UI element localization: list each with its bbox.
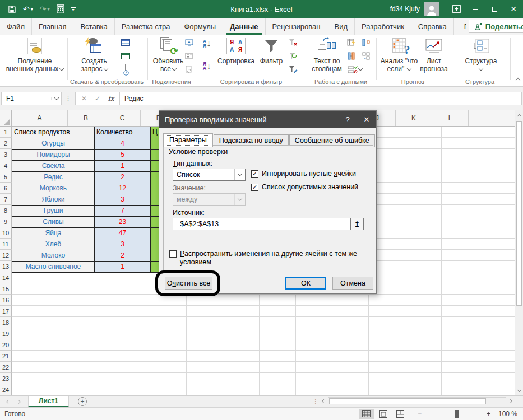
sort-az-button[interactable]: АЯ↓ (201, 38, 213, 49)
row-header[interactable]: 19 (0, 328, 12, 339)
row-header[interactable]: 9 (0, 216, 12, 227)
scroll-right-button[interactable] (506, 400, 515, 403)
undo-button[interactable]: ↶▾ (21, 4, 35, 14)
cancel-entry-button[interactable]: ✕ (78, 95, 90, 102)
row-header[interactable]: 15 (0, 283, 12, 295)
sort-za-button[interactable]: ЯА↓ (201, 60, 213, 72)
row-header[interactable]: 7 (0, 194, 12, 205)
product-name-cell[interactable]: Молоко (12, 250, 95, 262)
in-cell-dropdown-checkbox[interactable]: ✓ Список допустимых значений (251, 183, 358, 191)
ok-button[interactable]: ОК (285, 277, 326, 290)
from-table-button[interactable] (119, 50, 132, 62)
product-qty-cell[interactable]: 1 (95, 161, 151, 172)
tab-data[interactable]: Данные (223, 18, 265, 35)
product-qty-cell[interactable]: 3 (95, 239, 151, 250)
row-header[interactable]: 20 (0, 339, 12, 351)
source-input[interactable]: =$A$2:$A$13 (173, 218, 351, 230)
ignore-blank-checkbox[interactable]: ✓ Игнорировать пустые ячейки (251, 170, 356, 178)
dialog-close-button[interactable]: ✕ (357, 111, 376, 128)
row-header[interactable]: 16 (0, 295, 12, 306)
group-label-get-transform[interactable]: Скачать & преобразовать (68, 78, 146, 85)
cell-b1[interactable]: Количество (95, 127, 151, 138)
product-qty-cell[interactable]: 1 (95, 262, 151, 273)
outline-button[interactable]: Структура (461, 36, 501, 72)
row-header[interactable]: 14 (0, 272, 12, 283)
tab-help[interactable]: Справка (411, 18, 453, 35)
tab-view[interactable]: Вид (327, 18, 354, 35)
tab-review[interactable]: Рецензирован (265, 18, 327, 35)
column-header[interactable]: C (104, 110, 141, 126)
row-header[interactable]: 5 (0, 171, 12, 183)
new-query-button[interactable]: Создать запрос (72, 36, 116, 73)
product-name-cell[interactable]: Яблоки (12, 194, 95, 206)
column-header[interactable]: A (12, 110, 68, 126)
forecast-sheet-button[interactable]: Лист прогноза (418, 36, 450, 73)
flash-fill-button[interactable] (345, 37, 358, 48)
row-header[interactable]: 3 (0, 149, 12, 160)
collapse-dialog-button[interactable]: ↥ (351, 218, 364, 230)
view-page-layout-button[interactable] (376, 409, 391, 419)
product-name-cell[interactable]: Огурцы (12, 138, 95, 150)
vertical-scroll-thumb[interactable] (516, 121, 522, 306)
group-label-outline[interactable]: Структура (451, 78, 508, 85)
row-header[interactable]: 1 (0, 127, 12, 138)
remove-duplicates-button[interactable] (345, 50, 358, 62)
dialog-help-button[interactable]: ? (338, 111, 357, 128)
row-header[interactable]: 24 (0, 384, 12, 395)
row-header[interactable]: 8 (0, 205, 12, 216)
row-header[interactable]: 23 (0, 373, 12, 384)
product-qty-cell[interactable]: 3 (95, 194, 151, 206)
properties-button[interactable] (183, 50, 195, 62)
what-if-button[interactable]: ? Анализ "что если" (380, 36, 418, 73)
product-qty-cell[interactable]: 4 (95, 138, 151, 150)
horizontal-scroll-thumb[interactable] (329, 398, 486, 404)
select-all-corner[interactable] (0, 110, 12, 127)
product-name-cell[interactable]: Редис (12, 172, 95, 183)
minimize-button[interactable] (466, 0, 485, 18)
formula-bar-grip[interactable]: ⋮ (62, 95, 75, 102)
scroll-left-button[interactable] (320, 400, 328, 403)
sort-button[interactable]: ЯА АЯ Сортировка (215, 36, 257, 65)
product-name-cell[interactable]: Груши (12, 206, 95, 217)
product-qty-cell[interactable]: 2 (95, 172, 151, 183)
zoom-in-button[interactable]: + (487, 410, 490, 418)
show-queries-button[interactable] (119, 37, 132, 48)
product-qty-cell[interactable]: 5 (95, 150, 151, 161)
scrollbar-grip[interactable]: ⋮ (313, 398, 318, 404)
connections-button[interactable] (183, 37, 195, 48)
filter-button[interactable]: Фильтр (257, 36, 286, 65)
propagate-checkbox[interactable]: Распространить изменения на другие ячейк… (169, 250, 365, 267)
reapply-filter-button[interactable] (287, 50, 299, 62)
group-label-forecast[interactable]: Прогноз (377, 78, 449, 85)
product-name-cell[interactable]: Масло сливочное (12, 262, 95, 273)
vertical-scrollbar[interactable] (515, 110, 523, 395)
row-header[interactable]: 4 (0, 160, 12, 171)
avatar[interactable] (424, 2, 439, 16)
data-model-button[interactable] (360, 37, 372, 48)
scroll-up-button[interactable] (515, 110, 523, 120)
row-header[interactable]: 10 (0, 227, 12, 239)
row-header[interactable]: 6 (0, 183, 12, 194)
zoom-slider-thumb[interactable] (455, 410, 459, 418)
product-qty-cell[interactable]: 12 (95, 183, 151, 194)
name-box-dropdown[interactable] (51, 97, 61, 100)
product-name-cell[interactable]: Морковь (12, 183, 95, 194)
tab-file[interactable]: Файл (0, 18, 31, 35)
tab-page-layout[interactable]: Разметка стра (114, 18, 177, 35)
column-header[interactable]: K (396, 110, 432, 126)
recent-sources-button[interactable] (119, 64, 132, 75)
sheet-next-icon[interactable] (17, 399, 21, 403)
add-sheet-button[interactable]: + (78, 397, 87, 406)
zoom-level[interactable]: 100 % (496, 410, 523, 418)
group-label-data-tools[interactable]: Работа с данными (307, 78, 374, 85)
account-user-name[interactable]: fd34 Kjufy (390, 5, 420, 13)
refresh-all-button[interactable]: ⟳ Обновить все (151, 36, 186, 73)
tab-insert[interactable]: Вставка (73, 18, 114, 35)
row-header[interactable]: 21 (0, 351, 12, 362)
sheet-tab-list1[interactable]: Лист1 (28, 396, 69, 407)
column-header[interactable]: L (432, 110, 469, 126)
product-name-cell[interactable]: Хлеб (12, 239, 95, 250)
group-label-sort-filter[interactable]: Сортировка и фильтр (197, 78, 305, 85)
product-qty-cell[interactable]: 23 (95, 217, 151, 228)
zoom-out-button[interactable]: − (418, 410, 422, 418)
